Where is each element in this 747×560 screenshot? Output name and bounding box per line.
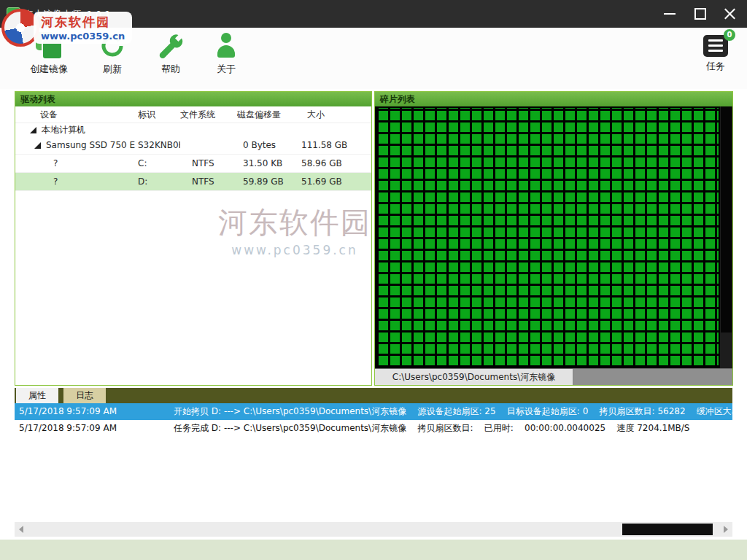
scroll-left-icon[interactable] — [19, 526, 23, 533]
site-url: www.pc0359.cn — [41, 31, 125, 42]
scrollbar-thumb[interactable] — [721, 106, 732, 332]
tasks-button[interactable]: 0 任务 — [692, 35, 740, 90]
site-name: 河东软件园 — [41, 14, 125, 31]
status-strip — [0, 540, 747, 560]
drive-table-header: 设备 标识 文件系统 磁盘偏移量 大小 — [15, 106, 371, 123]
log-time: 5/17/2018 9:57:09 AM — [15, 403, 174, 420]
fragment-blocks — [376, 108, 719, 368]
scrollbar-thumb[interactable] — [622, 524, 713, 535]
maximize-icon — [694, 8, 706, 20]
cell-id: S32KNB0H7 — [138, 140, 180, 150]
help-button[interactable]: 帮助 — [147, 32, 195, 88]
drive-list-header: 驱动列表 — [15, 92, 371, 106]
cell-device: ? — [15, 158, 138, 168]
col-size[interactable]: 大小 — [301, 109, 371, 121]
col-device[interactable]: 设备 — [15, 109, 138, 121]
tree-root-label: 本地计算机 — [42, 125, 85, 135]
cell-device: ? — [15, 176, 138, 187]
cell-id: C: — [138, 158, 180, 168]
close-button[interactable] — [715, 0, 744, 28]
scroll-right-icon[interactable] — [724, 526, 728, 533]
cell-offset: 0 Bytes — [237, 140, 301, 150]
create-image-label: 创建镜像 — [21, 63, 77, 76]
log-time: 5/17/2018 9:57:09 AM — [15, 420, 174, 437]
cell-size: 111.58 GB — [301, 140, 371, 150]
cell-offset: 31.50 KB — [237, 158, 301, 168]
cell-device: Samsung SSD 750 E — [15, 140, 138, 150]
log-row-selected[interactable]: 5/17/2018 9:57:09 AM 开始拷贝 D: ---> C:\Use… — [15, 403, 732, 420]
about-button[interactable]: 关于 — [202, 32, 250, 88]
fragment-path-bar: C:\Users\pc0359\Documents\河东镜像 — [375, 368, 732, 385]
horizontal-scrollbar[interactable] — [15, 522, 732, 537]
log-message: 开始拷贝 D: ---> C:\Users\pc0359\Documents\河… — [174, 403, 732, 420]
maximize-button[interactable] — [686, 0, 715, 28]
fragment-grid-area — [375, 106, 732, 369]
expand-icon[interactable] — [30, 127, 36, 133]
watermark-stamp-text: 河东软件园 www.pc0359.cn — [34, 12, 132, 44]
drive-row-disk[interactable]: Samsung SSD 750 E S32KNB0H7 0 Bytes 111.… — [15, 136, 371, 155]
fragment-list-header: 碎片列表 — [375, 92, 732, 106]
log-row[interactable]: 5/17/2018 9:57:09 AM 任务完成 D: ---> C:\Use… — [15, 420, 732, 437]
person-body-shape — [217, 45, 235, 58]
about-label: 关于 — [202, 63, 250, 76]
col-filesystem[interactable]: 文件系统 — [180, 109, 237, 121]
person-head-shape — [221, 33, 231, 43]
tab-log[interactable]: 日志 — [63, 388, 106, 403]
device-name: Samsung SSD 750 E — [46, 140, 135, 150]
fragment-vertical-scrollbar[interactable] — [720, 106, 732, 369]
drive-row-partition-d[interactable]: ? D: NTFS 59.89 GB 51.69 GB — [15, 173, 371, 191]
watermark-stamp: 河东软件园 www.pc0359.cn — [1, 9, 132, 47]
minimize-button[interactable] — [655, 0, 684, 28]
cell-size: 51.69 GB — [301, 176, 371, 187]
tree-node-local-computer[interactable]: 本地计算机 — [15, 123, 371, 136]
drive-list-panel: 驱动列表 设备 标识 文件系统 磁盘偏移量 大小 本地计算机 Samsung S… — [15, 91, 372, 386]
log-list: 5/17/2018 9:57:09 AM 开始拷贝 D: ---> C:\Use… — [15, 403, 732, 522]
wrench-icon — [157, 32, 185, 60]
person-icon — [212, 32, 240, 60]
col-id[interactable]: 标识 — [138, 109, 180, 121]
cell-offset: 59.89 GB — [237, 176, 301, 187]
minimize-icon — [664, 13, 676, 15]
cell-id: D: — [138, 176, 180, 187]
image-path-button[interactable]: C:\Users\pc0359\Documents\河东镜像 — [375, 369, 573, 385]
log-message: 任务完成 D: ---> C:\Users\pc0359\Documents\河… — [174, 420, 732, 437]
drive-row-partition-c[interactable]: ? C: NTFS 31.50 KB 58.96 GB — [15, 155, 371, 173]
refresh-label: 刷新 — [88, 63, 136, 76]
cell-filesystem: NTFS — [180, 158, 237, 168]
col-offset[interactable]: 磁盘偏移量 — [237, 109, 301, 121]
cell-size: 58.96 GB — [301, 158, 371, 168]
cell-filesystem: NTFS — [180, 176, 237, 187]
fragment-list-panel: 碎片列表 C:\Users\pc0359\Documents\河东镜像 — [374, 91, 733, 386]
expand-icon[interactable] — [34, 142, 41, 149]
tasks-label: 任务 — [692, 60, 740, 73]
bottom-tab-strip: 属性 日志 — [15, 388, 732, 403]
help-label: 帮助 — [147, 63, 195, 76]
tab-properties[interactable]: 属性 — [16, 388, 58, 403]
app-window: 海火镜像大师v1.0.1 河东软件园 www.pc0359.cn 创建镜像 — [0, 0, 747, 560]
tasks-badge: 0 — [724, 29, 735, 41]
